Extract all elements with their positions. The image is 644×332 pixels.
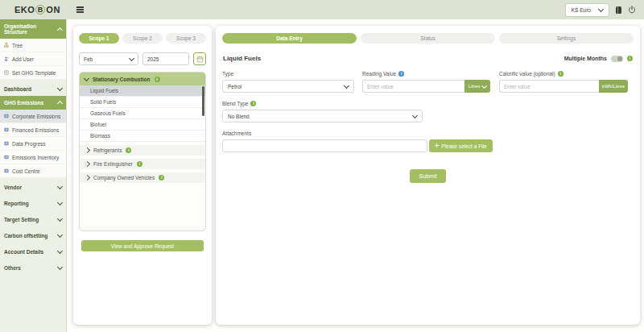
list-item-solid-fuels[interactable]: Solid Fuels	[80, 97, 205, 108]
submit-button[interactable]: Submit	[410, 169, 447, 183]
sidebar-item-emissions-inventory[interactable]: Emissions Inventory	[0, 151, 66, 164]
section-label: Reporting	[4, 201, 29, 206]
accordion-header-company-owned-vehicles[interactable]: Company Owned Vehicles i	[80, 172, 205, 183]
section-label: Vendor	[4, 185, 22, 190]
sidebar-section-target-setting[interactable]: Target Setting	[0, 213, 66, 226]
unit-label: kWh/Litres	[602, 84, 625, 89]
sidebar-item-corporate-emissions[interactable]: Corporate Emissions	[0, 110, 66, 123]
sidebar-section-others[interactable]: Others	[0, 261, 66, 275]
chevron-down-icon	[481, 82, 487, 88]
accordion-header-label: Stationary Combustion	[93, 77, 151, 82]
chevron-right-icon	[85, 175, 90, 181]
sidebar-section-ghg-emissions[interactable]: GHG Emissions	[0, 96, 66, 110]
logo-leaf-ring: B	[35, 5, 45, 15]
list-icon	[4, 141, 9, 146]
sidebar-item-data-progress[interactable]: Data Progress	[0, 137, 66, 151]
calorific-value-input[interactable]	[499, 80, 599, 93]
info-icon[interactable]: i	[558, 71, 564, 77]
sidebar-section-organisation-structure[interactable]: Organisation Structure	[0, 19, 66, 39]
notebook-icon[interactable]	[616, 6, 621, 14]
reading-value-input[interactable]	[362, 80, 464, 93]
tab-scope-1[interactable]: Scope 1	[79, 33, 119, 44]
type-value: Petrol	[228, 84, 242, 89]
chevron-down-icon	[412, 112, 418, 118]
unit-label: Litres	[469, 84, 481, 89]
sidebar-item-label: Emissions Inventory	[12, 155, 59, 160]
sidebar: Organisation Structure Tree Add User Set…	[0, 19, 67, 332]
calendar-icon	[196, 56, 204, 63]
list-icon	[4, 155, 9, 160]
tab-scope-3[interactable]: Scope 3	[166, 33, 206, 44]
accordion-header-refrigerants[interactable]: Refrigerants i	[80, 145, 205, 156]
attachments-input[interactable]	[222, 139, 427, 152]
chevron-down-icon	[57, 248, 63, 254]
currency-selector[interactable]: KS Euro	[565, 3, 609, 17]
sidebar-item-financed-emissions[interactable]: Financed Emissions	[0, 123, 66, 137]
info-icon[interactable]: i	[250, 101, 256, 106]
list-item-gaseous-fuels[interactable]: Gaseous Fuels	[80, 108, 205, 119]
unit-select-litres[interactable]: Litres	[464, 80, 490, 93]
month-select[interactable]: Feb	[79, 52, 138, 65]
sidebar-section-account-details[interactable]: Account Details	[0, 245, 66, 259]
info-icon[interactable]: i	[398, 71, 404, 77]
attachments-row: + Please select a File	[222, 139, 634, 152]
calendar-button[interactable]	[193, 52, 206, 65]
scrollbar-thumb[interactable]	[202, 86, 204, 116]
multiple-months-toggle[interactable]	[611, 56, 623, 62]
list-item-liquid-fuels[interactable]: Liquid Fuels	[80, 85, 205, 97]
chevron-down-icon	[57, 85, 63, 91]
sidebar-item-label: Corporate Emissions	[12, 114, 60, 119]
sidebar-section-dashboard[interactable]: Dashboard	[0, 82, 66, 96]
chevron-down-icon	[129, 55, 134, 60]
chevron-down-icon	[57, 200, 63, 205]
view-approve-request-button[interactable]: View and Approve Request	[81, 240, 204, 251]
section-label: Target Setting	[4, 217, 39, 222]
list-icon	[4, 114, 9, 118]
blend-type-select[interactable]: No Blend	[222, 110, 423, 122]
scope-tabs: Scope 1 Scope 2 Scope 3	[79, 33, 206, 44]
sidebar-item-label: Cost Centre	[12, 168, 40, 174]
chevron-down-icon	[344, 82, 349, 88]
sidebar-section-vendor[interactable]: Vendor	[0, 181, 66, 194]
sidebar-section-carbon-offsetting[interactable]: Carbon offsetting	[0, 229, 66, 243]
type-select[interactable]: Petrol	[222, 80, 354, 93]
blend-type-block: Blend Type i No Blend	[222, 101, 634, 122]
data-entry-tabs: Data Entry Status Settings	[222, 33, 634, 44]
menu-icon[interactable]	[75, 5, 85, 15]
add-user-icon	[4, 56, 9, 61]
field-label: Blend Type	[222, 101, 248, 106]
sidebar-item-tree[interactable]: Tree	[0, 39, 66, 52]
power-icon[interactable]	[628, 6, 636, 14]
sidebar-item-label: Financed Emissions	[12, 127, 59, 133]
tab-status[interactable]: Status	[361, 33, 495, 44]
accordion-header-fire-extinguisher[interactable]: Fire Extinguisher i	[80, 159, 205, 169]
form-row-main: Type Petrol Reading Value i Litres	[222, 71, 634, 93]
sidebar-item-label: Data Progress	[12, 141, 46, 147]
select-file-button[interactable]: + Please select a File	[429, 139, 493, 152]
accordion-header-stationary-combustion[interactable]: Stationary Combustion i	[80, 73, 205, 85]
field-label: Reading Value	[362, 71, 396, 77]
tab-scope-2[interactable]: Scope 2	[122, 33, 163, 44]
sidebar-item-add-user[interactable]: Add User	[0, 52, 66, 66]
info-icon[interactable]: i	[159, 175, 164, 181]
currency-label: KS Euro	[572, 7, 591, 13]
sidebar-item-cost-centre[interactable]: Cost Centre	[0, 164, 66, 178]
logo-text-suffix: ON	[46, 5, 60, 15]
info-icon[interactable]: i	[137, 161, 142, 167]
field-label: Type	[222, 71, 233, 77]
tab-settings[interactable]: Settings	[499, 33, 634, 44]
info-icon[interactable]: i	[627, 56, 633, 61]
emission-source-accordion: Stationary Combustion i Liquid Fuels Sol…	[79, 72, 206, 231]
chevron-down-icon	[57, 264, 63, 270]
month-value: Feb	[84, 56, 93, 62]
info-icon[interactable]: i	[126, 147, 131, 153]
list-item-biofuel[interactable]: Biofuel	[80, 119, 205, 131]
sidebar-section-reporting[interactable]: Reporting	[0, 197, 66, 210]
sidebar-item-set-ghg-template[interactable]: Set GHG Template	[0, 66, 66, 80]
tab-data-entry[interactable]: Data Entry	[222, 33, 357, 44]
blend-type-value: No Blend	[228, 114, 250, 119]
year-input[interactable]	[142, 52, 189, 65]
chevron-right-icon	[85, 161, 90, 167]
info-icon[interactable]: i	[155, 77, 160, 82]
list-item-biomass[interactable]: Biomass	[80, 131, 205, 142]
